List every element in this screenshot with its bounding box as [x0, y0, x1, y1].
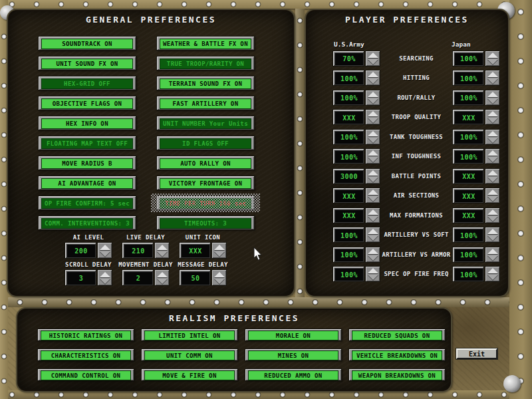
down-arrow-icon[interactable]	[487, 118, 498, 123]
us-battle-points-stepper[interactable]	[365, 168, 380, 184]
down-arrow-icon[interactable]	[487, 138, 498, 143]
us-max-formations-stepper[interactable]	[365, 207, 380, 223]
japan-rout-rally-stepper[interactable]	[485, 90, 500, 106]
up-arrow-icon[interactable]	[100, 272, 110, 277]
up-arrow-icon[interactable]	[368, 111, 378, 116]
toggle-vehicle-breakdowns-on[interactable]: VEHICLE BREAKDOWNS ON	[348, 348, 446, 361]
us-tank-toughness-stepper[interactable]	[365, 129, 380, 145]
up-arrow-icon[interactable]	[368, 131, 378, 136]
up-arrow-icon[interactable]	[368, 53, 378, 58]
japan-hitting-stepper[interactable]	[485, 70, 500, 86]
down-arrow-icon[interactable]	[487, 177, 498, 182]
up-arrow-icon[interactable]	[487, 92, 498, 97]
up-arrow-icon[interactable]	[214, 245, 225, 250]
up-arrow-icon[interactable]	[487, 150, 498, 156]
down-arrow-icon[interactable]	[487, 275, 498, 280]
japan-artillery-vs-armor-stepper[interactable]	[485, 247, 500, 263]
japan-troop-quality-stepper[interactable]	[485, 109, 500, 125]
up-arrow-icon[interactable]	[100, 245, 110, 250]
us-inf-toughness-stepper[interactable]	[365, 148, 380, 164]
toggle-weather-battle-fx-on[interactable]: WEATHER & BATTLE FX ON	[156, 36, 255, 51]
us-air-sections-stepper[interactable]	[365, 188, 380, 203]
up-arrow-icon[interactable]	[487, 229, 498, 234]
toggle-hex-grid-off[interactable]: HEX-GRID OFF	[38, 76, 136, 90]
japan-battle-points-stepper[interactable]	[485, 168, 500, 184]
japan-spec-op-fire-freq-stepper[interactable]	[485, 266, 500, 282]
toggle-auto-rally-on[interactable]: AUTO RALLY ON	[156, 156, 255, 170]
down-arrow-icon[interactable]	[368, 78, 378, 84]
down-arrow-icon[interactable]	[100, 251, 110, 257]
up-arrow-icon[interactable]	[487, 170, 498, 176]
up-arrow-icon[interactable]	[157, 245, 168, 250]
toggle-characteristics-on[interactable]: CHARACTERISTICS ON	[37, 348, 134, 361]
japan-max-formations-stepper[interactable]	[485, 207, 500, 223]
down-arrow-icon[interactable]	[368, 59, 378, 65]
ai-level-stepper[interactable]	[97, 242, 112, 259]
down-arrow-icon[interactable]	[487, 196, 498, 201]
toggle-timeouts-3[interactable]: TIMEOUTS: 3	[156, 215, 255, 230]
toggle-ai-advantage-on[interactable]: AI ADVANTAGE ON	[38, 176, 136, 190]
down-arrow-icon[interactable]	[368, 216, 378, 221]
up-arrow-icon[interactable]	[487, 131, 498, 136]
movement-delay-stepper[interactable]	[154, 269, 170, 286]
us-hitting-stepper[interactable]	[365, 70, 380, 86]
down-arrow-icon[interactable]	[157, 279, 168, 284]
toggle-id-flags-off[interactable]: ID FLAGS OFF	[156, 136, 255, 150]
up-arrow-icon[interactable]	[487, 249, 498, 254]
up-arrow-icon[interactable]	[368, 72, 378, 77]
japan-air-sections-stepper[interactable]	[485, 188, 500, 203]
toggle-hex-info-on[interactable]: HEX INFO ON	[38, 116, 136, 130]
down-arrow-icon[interactable]	[487, 255, 498, 261]
up-arrow-icon[interactable]	[368, 190, 378, 195]
down-arrow-icon[interactable]	[487, 216, 498, 221]
down-arrow-icon[interactable]	[100, 279, 110, 284]
toggle-soundtrack-on[interactable]: SOUNDTRACK ON	[38, 36, 136, 51]
up-arrow-icon[interactable]	[368, 92, 378, 97]
scroll-delay-stepper[interactable]	[97, 269, 112, 286]
unit-icon-stepper[interactable]	[211, 242, 227, 259]
up-arrow-icon[interactable]	[368, 170, 378, 176]
down-arrow-icon[interactable]	[368, 235, 378, 241]
down-arrow-icon[interactable]	[487, 157, 498, 162]
down-arrow-icon[interactable]	[368, 196, 378, 201]
japan-artillery-vs-soft-stepper[interactable]	[485, 227, 500, 243]
toggle-terrain-sound-fx-on[interactable]: TERRAIN SOUND FX ON	[156, 76, 255, 90]
japan-tank-toughness-stepper[interactable]	[485, 129, 500, 145]
down-arrow-icon[interactable]	[157, 251, 168, 257]
us-artillery-vs-soft-stepper[interactable]	[365, 227, 380, 243]
up-arrow-icon[interactable]	[487, 111, 498, 116]
down-arrow-icon[interactable]	[368, 177, 378, 182]
us-searching-stepper[interactable]	[365, 51, 380, 66]
japan-searching-stepper[interactable]	[485, 51, 500, 66]
down-arrow-icon[interactable]	[487, 98, 498, 104]
toggle-morale-on[interactable]: MORALE ON	[245, 329, 342, 341]
up-arrow-icon[interactable]	[368, 209, 378, 215]
message-delay-stepper[interactable]	[211, 269, 227, 286]
toggle-unit-number-your-units[interactable]: UNIT NUMBER Your Units	[156, 116, 255, 130]
toggle-command-control-on[interactable]: COMMAND CONTROL ON	[37, 368, 134, 381]
up-arrow-icon[interactable]	[368, 268, 378, 273]
up-arrow-icon[interactable]	[368, 249, 378, 254]
toggle-comm-interventions-3[interactable]: COMM. INTERVENTIONS: 3	[38, 215, 136, 230]
up-arrow-icon[interactable]	[487, 190, 498, 195]
toggle-true-troop-rarity-on[interactable]: TRUE TROOP/RARITY ON	[156, 56, 255, 70]
up-arrow-icon[interactable]	[368, 229, 378, 234]
toggle-reduced-ammo-on[interactable]: REDUCED AMMO ON	[245, 368, 342, 381]
us-troop-quality-stepper[interactable]	[365, 109, 380, 125]
exit-button[interactable]: Exit	[456, 348, 497, 359]
up-arrow-icon[interactable]	[487, 53, 498, 58]
toggle-mines-on[interactable]: MINES ON	[245, 348, 342, 361]
toggle-limited-intel-on[interactable]: LIMITED INTEL ON	[141, 329, 238, 341]
down-arrow-icon[interactable]	[487, 59, 498, 65]
toggle-time-per-turn-160-sec[interactable]: TIME PER TURN 160 sec	[156, 196, 255, 210]
toggle-historic-ratings-on[interactable]: HISTORIC RATINGS ON	[37, 329, 134, 341]
toggle-move-radius-b[interactable]: MOVE RADIUS B	[38, 156, 136, 170]
down-arrow-icon[interactable]	[368, 98, 378, 104]
us-spec-op-fire-freq-stepper[interactable]	[365, 266, 380, 282]
toggle-objective-flags-on[interactable]: OBJECTIVE FLAGS ON	[38, 96, 136, 110]
up-arrow-icon[interactable]	[214, 272, 225, 277]
down-arrow-icon[interactable]	[368, 255, 378, 261]
toggle-reduced-squads-on[interactable]: REDUCED SQUADS ON	[348, 329, 446, 341]
down-arrow-icon[interactable]	[214, 279, 225, 284]
up-arrow-icon[interactable]	[487, 72, 498, 77]
